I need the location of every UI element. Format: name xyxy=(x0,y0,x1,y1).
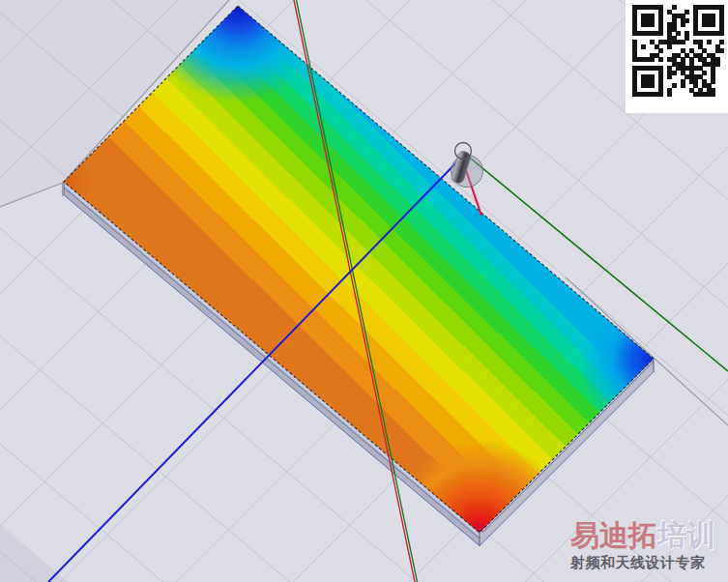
viewport-3d[interactable]: 易迪拓培训 射频和天线设计专家 xyxy=(0,0,728,582)
qr-code xyxy=(626,0,728,113)
qr-code-image xyxy=(632,5,724,97)
